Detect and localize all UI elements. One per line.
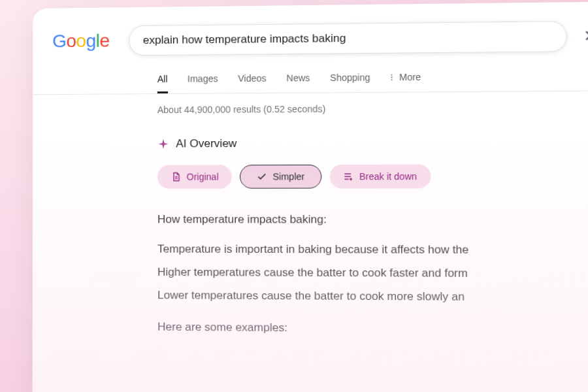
chip-label: Simpler xyxy=(272,171,304,182)
google-logo[interactable]: Google xyxy=(52,31,109,52)
ai-overview: AI Overview Original Simpler Break it do… xyxy=(157,135,588,342)
tab-news[interactable]: News xyxy=(286,66,310,93)
search-tabs: All Images Videos News Shopping ⁝ More xyxy=(33,57,588,95)
chip-label: Break it down xyxy=(359,171,417,182)
ai-overview-title: AI Overview xyxy=(176,137,237,151)
tab-videos[interactable]: Videos xyxy=(238,67,267,93)
logo-letter: o xyxy=(66,31,76,51)
chip-original[interactable]: Original xyxy=(157,165,232,189)
tab-images[interactable]: Images xyxy=(188,67,218,93)
logo-letter: G xyxy=(52,31,66,51)
ai-answer: How temperature impacts baking: Temperat… xyxy=(157,208,588,343)
tab-more[interactable]: ⁝ More xyxy=(390,65,421,92)
list-add-icon xyxy=(343,171,354,182)
close-icon[interactable]: ✕ xyxy=(580,24,588,48)
more-label: More xyxy=(399,72,421,83)
document-icon xyxy=(171,172,181,182)
tab-shopping[interactable]: Shopping xyxy=(330,65,370,92)
logo-letter: e xyxy=(99,31,109,51)
ai-answer-line: Temperature is important in baking becau… xyxy=(157,238,588,262)
ai-answer-intro: How temperature impacts baking: xyxy=(157,208,588,232)
ai-chips: Original Simpler Break it down xyxy=(157,164,588,189)
logo-letter: o xyxy=(76,31,86,51)
check-icon xyxy=(257,171,267,182)
chip-label: Original xyxy=(187,171,219,182)
results-stats: About 44,900,000 results (0.52 seconds) xyxy=(33,91,588,120)
chip-simpler[interactable]: Simpler xyxy=(240,165,321,189)
vertical-dots-icon: ⁝ xyxy=(391,72,394,82)
tab-all[interactable]: All xyxy=(157,67,168,93)
search-input[interactable] xyxy=(129,21,567,56)
ai-answer-line: Lower temperatures cause the batter to c… xyxy=(157,284,588,310)
search-results-card: Google ✕ All Images Videos News Shopping… xyxy=(33,1,588,392)
logo-letter: g xyxy=(86,31,96,51)
ai-answer-line: Here are some examples: xyxy=(157,316,588,343)
header: Google ✕ xyxy=(33,1,588,61)
sparkle-icon xyxy=(157,138,169,150)
chip-break-it-down[interactable]: Break it down xyxy=(329,165,431,189)
ai-answer-line: Higher temperatures cause the batter to … xyxy=(157,261,588,286)
